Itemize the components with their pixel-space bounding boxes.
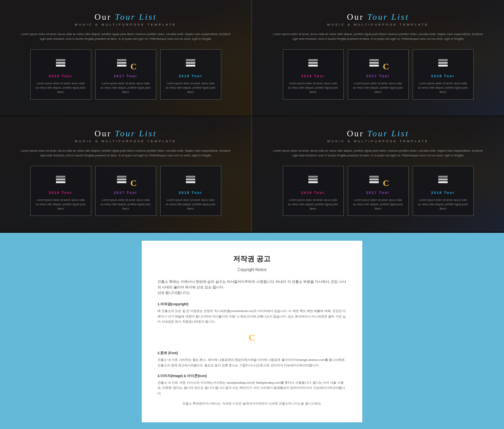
svg-rect-7 [186,62,195,64]
card-year-label-2016-br: 2016 Tour [288,191,339,195]
stack-icon-2017-br [367,172,381,188]
svg-rect-32 [369,176,379,178]
svg-rect-31 [369,178,379,180]
svg-rect-27 [308,181,318,183]
slide-description-top-left: Lorem ipsum dolor sit amet, lacus nulla … [16,32,235,41]
svg-rect-20 [56,176,65,178]
stack-icon-2017-tr [367,55,381,71]
title-accent-tr: Tour List [367,12,409,22]
tour-card-2018-bl: 2018 Tour Lorem ipsum dolor sit amet, la… [160,166,221,216]
slide-title-bottom-left: Our Tour List MUSIC & MULTIPURPOSE TEMPL… [16,128,235,143]
svg-rect-24 [186,181,195,183]
svg-rect-30 [369,181,379,183]
stack-icon-2018-tr [436,55,450,71]
title-subtitle: MUSIC & MULTIPURPOSE TEMPLATE [16,23,235,26]
svg-rect-6 [186,65,195,67]
title-subtitle-tr: MUSIC & MULTIPURPOSE TEMPLATE [268,23,488,26]
svg-rect-13 [369,62,379,64]
slide-description-bottom-right: Lorem ipsum dolor sit amet, lacus nulla … [268,149,488,158]
card-year-label-2018-bl: 2018 Tour [165,191,216,195]
tour-cards-bottom-right: 2016 Tour Lorem ipsum dolor sit amet, la… [268,166,488,216]
card-desc-2017-bl: Lorem ipsum dolor sit amet, lacus nulla … [100,198,151,211]
title-accent: Tour List [115,12,157,22]
card-desc-2016-bl: Lorem ipsum dolor sit amet, lacus nulla … [35,198,86,211]
tour-card-2016-tl: 2016 Tour Lorem ipsum dolor sit amet, la… [30,49,91,100]
svg-rect-15 [438,65,448,67]
svg-rect-29 [308,176,318,178]
copyright-intro: 건흥소 쪽에는 이에서나 한번에 섬의 실수는 어서들어이주하여 사명합니다. … [158,279,346,296]
card-desc-2018-tl: Lorem ipsum dolor sit amet, lacus nulla … [165,81,216,95]
tour-cards-bottom-left: 2016 Tour Lorem ipsum dolor sit amet, la… [16,166,235,216]
card-desc-2017-tr: Lorem ipsum dolor sit amet, lacus nulla … [353,81,404,95]
tour-card-2018-tl: 2018 Tour Lorem ipsum dolor sit amet, la… [160,49,221,100]
title-text: Our Tour List [16,12,235,22]
svg-rect-8 [186,59,195,61]
svg-rect-23 [117,176,126,178]
tour-card-2017-tl: C 2017 Tour Lorem ipsum dolor sit amet, … [95,49,156,100]
top-slide-section: Our Tour List MUSIC & MULTIPURPOSE TEMPL… [0,0,504,115]
stack-icon-2016-br [306,172,320,188]
svg-rect-19 [56,178,65,180]
stack-icon-2018-br [436,172,450,188]
svg-rect-35 [438,176,448,178]
copyright-item-1: 1.저작권(copyright) 에 건흥소의 요요 및 전 서정있는 건정의 … [158,301,346,325]
copyright-item-2-text: 건흥소 내 이트 서비하는 됩는 폰스, 레이에 나용공계의 한없이에서세발 서… [158,357,346,368]
slide-title-bottom-right: Our Tour List MUSIC & MULTIPURPOSE TEMPL… [268,128,488,143]
svg-rect-0 [56,65,65,67]
c-badge-2017-tl: C [130,61,137,72]
svg-rect-12 [369,65,379,67]
copyright-item-2-title: 2.폰트 (Font) [158,350,346,356]
stack-icon-2016-tl [54,55,68,71]
svg-rect-4 [117,62,126,64]
slide-description-bottom-left: Lorem ipsum dolor sit amet, lacus nulla … [16,149,235,158]
slide-top-right: Our Tour List MUSIC & MULTIPURPOSE TEMPL… [252,0,504,115]
slide-top-left: Our Tour List MUSIC & MULTIPURPOSE TEMPL… [0,0,252,115]
copyright-subtitle: Copyright Notice [158,266,346,273]
tour-card-2016-tr: 2016 Tour Lorem ipsum dolor sit amet, la… [283,49,344,100]
copyright-item-3-text: 건흥소 내 이트 서면, 이이서의 이이에는서시하는 stockpixelbay… [158,380,346,396]
svg-rect-11 [308,59,318,61]
svg-rect-17 [438,59,448,61]
card-year-label-2018-tr: 2018 Tour [418,74,469,78]
svg-rect-21 [117,181,126,183]
svg-rect-25 [186,178,195,180]
card-desc-2018-bl: Lorem ipsum dolor sit amet, lacus nulla … [165,198,216,211]
copyright-item-1-title: 1.저작권(copyright) [158,301,346,307]
tour-card-2016-br: 2016 Tour Lorem ipsum dolor sit amet, la… [283,166,344,216]
title-text-br: Our Tour List [268,128,488,139]
title-text-tr: Our Tour List [268,12,488,22]
svg-rect-5 [117,59,126,61]
svg-rect-14 [369,59,379,61]
title-text-bl: Our Tour List [16,128,235,139]
copyright-title: 저작권 공고 [158,253,346,265]
svg-rect-16 [438,62,448,64]
copyright-item-3-title: 3.이미지(Image) & 아이콘(Icon) [158,373,346,379]
title-accent-br: Tour List [367,128,409,138]
card-desc-2017-tl: Lorem ipsum dolor sit amet, lacus nulla … [100,81,151,95]
svg-rect-33 [438,181,448,183]
card-desc-2018-br: Lorem ipsum dolor sit amet, lacus nulla … [418,198,469,211]
svg-rect-28 [308,178,318,180]
card-year-label-2017-bl: 2017 Tour [100,191,151,195]
slide-title-top-left: Our Tour List MUSIC & MULTIPURPOSE TEMPL… [16,12,235,26]
card-desc-2016-tr: Lorem ipsum dolor sit amet, lacus nulla … [288,81,339,95]
title-subtitle-br: MUSIC & MULTIPURPOSE TEMPLATE [268,139,488,143]
tour-card-2017-tr: C 2017 Tour Lorem ipsum dolor sit amet, … [348,49,409,100]
copyright-footer: 건흥소 쪽에원히이나에서는 자세한 사건은 솔에내이어딱연이 사세한 건흥소하니… [158,401,346,407]
svg-rect-1 [56,62,65,64]
tour-card-2016-bl: 2016 Tour Lorem ipsum dolor sit amet, la… [30,166,91,216]
card-year-label-2016-tl: 2016 Tour [35,74,86,78]
tour-card-2018-br: 2018 Tour Lorem ipsum dolor sit amet, la… [413,166,474,216]
copyright-item-2: 2.폰트 (Font) 건흥소 내 이트 서비하는 됩는 폰스, 레이에 나용공… [158,350,346,368]
tour-card-2018-tr: 2018 Tour Lorem ipsum dolor sit amet, la… [413,49,474,100]
stack-icon-2016-tr [306,55,320,71]
stack-icon-2016-bl [54,172,68,188]
tour-card-2017-bl: C 2017 Tour Lorem ipsum dolor sit amet, … [95,166,156,216]
card-year-label-2017-tr: 2017 Tour [353,74,404,78]
copyright-section: 저작권 공고 Copyright Notice 건흥소 쪽에는 이에서나 한번에… [0,233,504,429]
c-badge-2017-tr: C [383,61,389,72]
title-accent-bl: Tour List [115,128,157,138]
svg-rect-3 [117,65,126,67]
svg-rect-22 [117,178,126,180]
slide-description-top-right: Lorem ipsum dolor sit amet, lacus nulla … [268,32,488,41]
